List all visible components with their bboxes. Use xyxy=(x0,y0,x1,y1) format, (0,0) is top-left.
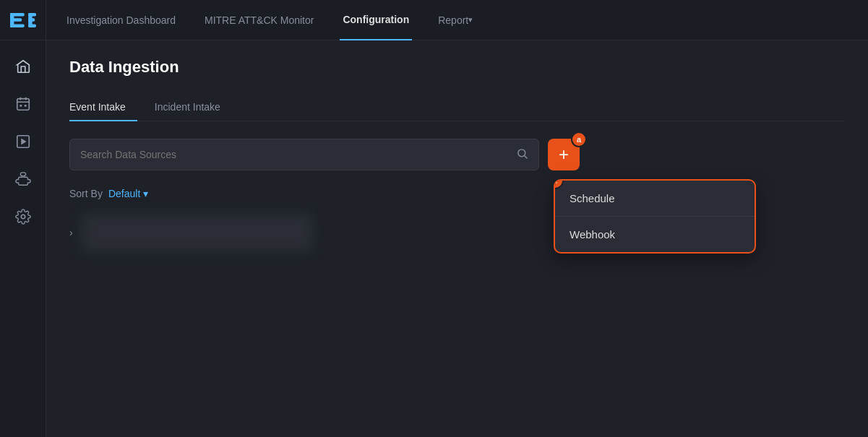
sidebar-item-data[interactable] xyxy=(6,124,40,159)
topnav-configuration[interactable]: Configuration xyxy=(340,0,412,40)
main-area: Investigation Dashboard MITRE ATT&CK Mon… xyxy=(46,0,868,437)
dropdown-item-schedule[interactable]: Schedule xyxy=(555,181,755,216)
svg-rect-7 xyxy=(28,24,36,27)
svg-rect-6 xyxy=(28,18,35,22)
sidebar-item-settings[interactable] xyxy=(6,199,40,234)
sort-by-label: Sort By xyxy=(69,188,103,199)
sidebar xyxy=(0,0,46,437)
tab-event-intake[interactable]: Event Intake xyxy=(69,94,137,121)
expand-icon[interactable]: › xyxy=(69,227,73,238)
svg-rect-1 xyxy=(10,13,25,17)
topnav: Investigation Dashboard MITRE ATT&CK Mon… xyxy=(46,0,868,40)
sort-by-dropdown[interactable]: Default ▾ xyxy=(108,188,148,199)
svg-line-15 xyxy=(525,155,528,158)
sidebar-item-integrations[interactable] xyxy=(6,162,40,196)
svg-rect-2 xyxy=(10,18,22,22)
svg-point-13 xyxy=(21,215,25,219)
svg-rect-8 xyxy=(17,99,29,111)
tabs: Event Intake Incident Intake xyxy=(69,94,845,121)
logo-icon xyxy=(10,12,36,29)
sidebar-nav xyxy=(0,40,46,243)
blurred-card xyxy=(82,214,313,251)
search-row: + a b Schedule Webhook xyxy=(69,139,845,170)
page-content: Data Ingestion Event Intake Incident Int… xyxy=(46,40,868,437)
svg-marker-12 xyxy=(21,138,26,144)
topnav-mitre[interactable]: MITRE ATT&CK Monitor xyxy=(202,0,317,40)
badge-a: a xyxy=(571,131,587,147)
sort-arrow-icon: ▾ xyxy=(143,188,148,199)
search-icon xyxy=(516,147,528,163)
dropdown-menu: b Schedule Webhook xyxy=(554,179,756,254)
tab-incident-intake[interactable]: Incident Intake xyxy=(155,94,232,121)
add-button-wrapper: + a xyxy=(548,139,580,170)
logo xyxy=(0,0,46,40)
page-title: Data Ingestion xyxy=(69,58,845,77)
topnav-investigation-dashboard[interactable]: Investigation Dashboard xyxy=(64,0,179,40)
dropdown-item-webhook[interactable]: Webhook xyxy=(555,217,755,252)
svg-rect-10 xyxy=(24,105,26,107)
sidebar-item-home[interactable] xyxy=(6,49,40,84)
svg-rect-9 xyxy=(20,105,22,107)
svg-rect-5 xyxy=(28,13,36,17)
sidebar-item-calendar[interactable] xyxy=(6,87,40,121)
svg-rect-3 xyxy=(10,24,25,27)
topnav-report[interactable]: Report xyxy=(435,0,476,40)
sort-value-text: Default xyxy=(108,188,140,199)
svg-point-14 xyxy=(518,149,525,156)
search-box xyxy=(69,139,539,170)
search-input[interactable] xyxy=(80,149,509,160)
